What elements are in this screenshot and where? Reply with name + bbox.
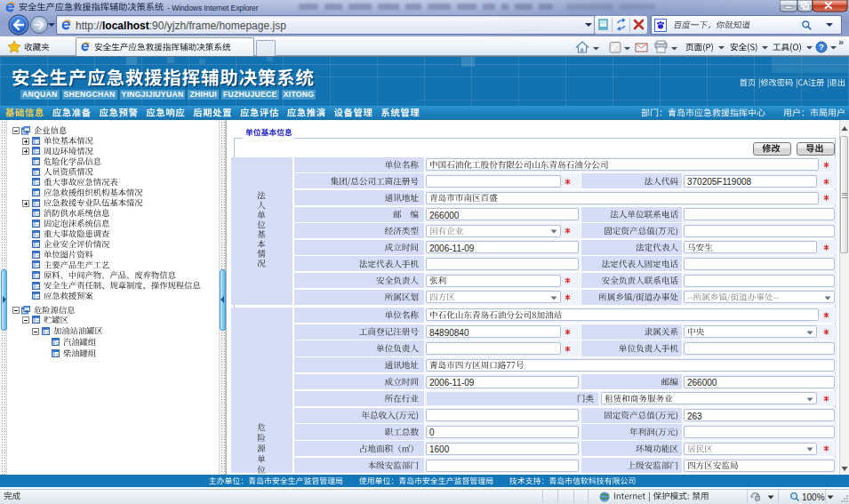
svg-text:?: ? <box>819 42 824 52</box>
